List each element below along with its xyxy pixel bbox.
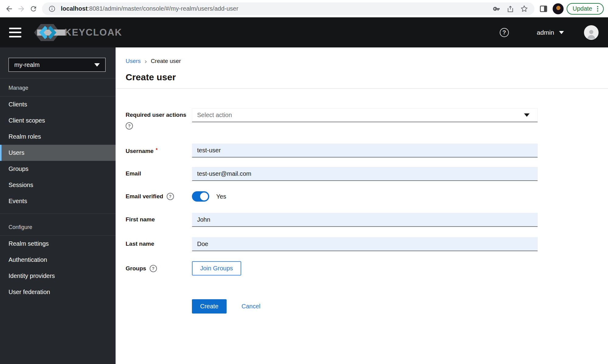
last-name-row: Last name xyxy=(126,237,608,251)
realm-selector[interactable]: my-realm xyxy=(9,58,106,72)
browser-profile-avatar[interactable] xyxy=(553,3,564,14)
required-user-actions-label: Required user actions xyxy=(126,111,192,119)
create-user-form: Required user actions ? Select action Us… xyxy=(126,108,608,314)
first-name-row: First name xyxy=(126,213,608,227)
groups-control: Join Groups xyxy=(192,261,538,276)
url-path: :8081/admin/master/console/#/my-realm/us… xyxy=(88,5,238,12)
breadcrumb-current: Create user xyxy=(151,58,181,64)
required-user-actions-label-col: Required user actions ? xyxy=(126,108,192,130)
username-row: Username* xyxy=(126,144,608,158)
select-placeholder: Select action xyxy=(197,112,524,119)
sidebar-item-groups[interactable]: Groups xyxy=(0,161,116,177)
email-label: Email xyxy=(126,170,192,177)
back-icon[interactable] xyxy=(3,3,15,15)
nav-group-manage: Manage Clients Client scopes Realm roles… xyxy=(0,78,116,209)
first-name-control xyxy=(192,213,538,227)
groups-label-col: Groups ? xyxy=(126,265,192,272)
username-field[interactable] xyxy=(192,144,538,158)
update-label: Update xyxy=(573,5,592,12)
first-name-label-col: First name xyxy=(126,213,192,223)
bookmark-star-icon[interactable] xyxy=(519,4,530,14)
app-header: KEYCLOAK ? admin xyxy=(0,17,608,47)
sidebar-item-users[interactable]: Users xyxy=(0,145,116,161)
chevron-down-icon xyxy=(559,31,564,34)
cancel-button[interactable]: Cancel xyxy=(241,303,260,310)
user-avatar[interactable] xyxy=(584,25,599,40)
url-host: localhost xyxy=(61,5,88,12)
keycloak-logo: KEYCLOAK xyxy=(30,22,122,43)
nav-group-title-manage: Manage xyxy=(0,78,116,96)
chevron-down-icon xyxy=(524,113,530,117)
reload-icon[interactable] xyxy=(27,3,40,15)
sidebar-item-user-federation[interactable]: User federation xyxy=(0,284,116,300)
last-name-field[interactable] xyxy=(192,237,538,251)
groups-row: Groups ? Join Groups xyxy=(126,261,608,276)
email-verified-help-icon[interactable]: ? xyxy=(167,193,174,200)
url-text: localhost:8081/admin/master/console/#/my… xyxy=(61,5,238,12)
user-menu[interactable]: admin xyxy=(537,29,564,36)
required-user-actions-select[interactable]: Select action xyxy=(192,108,538,122)
realm-name: my-realm xyxy=(14,61,94,68)
form-actions: Create Cancel xyxy=(126,299,608,314)
sidebar-item-identity-providers[interactable]: Identity providers xyxy=(0,268,116,284)
sidebar-item-realm-settings[interactable]: Realm settings xyxy=(0,236,116,252)
email-verified-state: Yes xyxy=(216,193,226,200)
required-user-actions-control: Select action xyxy=(192,108,538,122)
email-verified-label: Email verified xyxy=(126,193,163,200)
help-icon[interactable]: ? xyxy=(500,28,509,37)
sidebar-item-realm-roles[interactable]: Realm roles xyxy=(0,129,116,145)
forward-icon[interactable] xyxy=(15,3,27,15)
email-verified-toggle[interactable] xyxy=(192,191,209,202)
page-title: Create user xyxy=(126,72,608,82)
toggle-knob xyxy=(200,192,208,200)
email-row: Email xyxy=(126,167,608,181)
site-info-icon[interactable] xyxy=(47,4,57,14)
main-area: my-realm Manage Clients Client scopes Re… xyxy=(0,47,608,364)
nav-group-title-configure: Configure xyxy=(0,213,116,236)
required-user-actions-row: Required user actions ? Select action xyxy=(126,108,608,130)
password-key-icon[interactable] xyxy=(491,4,502,14)
sidebar-item-client-scopes[interactable]: Client scopes xyxy=(0,113,116,129)
email-verified-row: Email verified ? Yes xyxy=(126,191,608,202)
side-panel-icon[interactable] xyxy=(537,3,550,15)
username-control xyxy=(192,144,538,158)
title-divider xyxy=(116,88,608,89)
nav-toggle-icon[interactable] xyxy=(9,28,21,37)
required-asterisk: * xyxy=(156,147,158,153)
sidebar-item-sessions[interactable]: Sessions xyxy=(0,177,116,193)
last-name-label-col: Last name xyxy=(126,237,192,248)
breadcrumb: Users › Create user xyxy=(116,47,608,65)
browser-toolbar: localhost:8081/admin/master/console/#/my… xyxy=(0,0,608,17)
breadcrumb-users-link[interactable]: Users xyxy=(126,58,141,64)
chrome-menu-icon[interactable] xyxy=(595,6,600,12)
first-name-field[interactable] xyxy=(192,213,538,227)
content: Users › Create user Create user Required… xyxy=(116,47,608,364)
required-user-actions-help-icon[interactable]: ? xyxy=(126,122,133,130)
email-verified-label-col: Email verified ? xyxy=(126,193,192,200)
sidebar-item-events[interactable]: Events xyxy=(0,193,116,209)
email-control xyxy=(192,167,538,181)
groups-help-icon[interactable]: ? xyxy=(150,265,157,272)
nav-group-configure: Configure Realm settings Authentication … xyxy=(0,213,116,300)
breadcrumb-separator-icon: › xyxy=(145,57,147,65)
create-button[interactable]: Create xyxy=(192,299,227,314)
email-label-col: Email xyxy=(126,167,192,177)
email-field[interactable] xyxy=(192,167,538,181)
header-right: ? admin xyxy=(500,25,599,40)
join-groups-button[interactable]: Join Groups xyxy=(192,261,241,276)
last-name-label: Last name xyxy=(126,240,192,248)
share-icon[interactable] xyxy=(505,4,516,14)
email-verified-control: Yes xyxy=(192,191,538,202)
last-name-control xyxy=(192,237,538,251)
brand-name: KEYCLOAK xyxy=(64,27,122,38)
first-name-label: First name xyxy=(126,216,192,223)
sidebar-item-authentication[interactable]: Authentication xyxy=(0,252,116,268)
username-label: Username* xyxy=(126,147,192,155)
username-label-col: Username* xyxy=(126,144,192,155)
chrome-update-button[interactable]: Update xyxy=(567,3,604,15)
sidebar: my-realm Manage Clients Client scopes Re… xyxy=(0,47,116,364)
username-label: admin xyxy=(537,29,554,36)
address-bar[interactable]: localhost:8081/admin/master/console/#/my… xyxy=(42,2,534,15)
groups-label: Groups xyxy=(126,265,146,272)
sidebar-item-clients[interactable]: Clients xyxy=(0,96,116,113)
